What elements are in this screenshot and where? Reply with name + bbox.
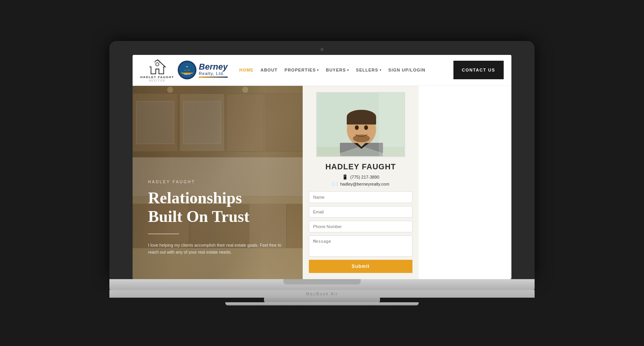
house-logo-icon [148, 58, 167, 75]
laptop-base [109, 279, 535, 290]
form-email-input[interactable] [309, 206, 412, 218]
nav-item-properties[interactable]: PROPERTIES ▾ [285, 68, 319, 72]
logo-area: HADLEY FAUGHT REALTOR SC Est. 1946 [140, 58, 228, 82]
site-navigation: HOME ABOUT PROPERTIES ▾ BUYERS ▾ SELLERS… [239, 68, 450, 72]
nav-item-signup[interactable]: SIGN UP/LOGIN [388, 68, 426, 72]
hero-subtitle: HADLEY FAUGHT [148, 180, 287, 184]
agent-phone-row: 📱 (775) 217-3890 [342, 174, 379, 180]
berney-badge-icon: SC Est. 1946 REALTOR [177, 60, 197, 80]
laptop-camera [320, 48, 324, 51]
properties-chevron-icon: ▾ [317, 68, 319, 72]
svg-rect-27 [347, 117, 376, 124]
hero-overlay: HADLEY FAUGHT Relationships Built On Tru… [133, 86, 303, 279]
logo-realtor-label: REALTOR [149, 79, 165, 82]
berney-company-name: Berney [199, 63, 228, 71]
svg-text:REALTOR: REALTOR [184, 74, 190, 75]
screen-bezel: HADLEY FAUGHT REALTOR SC Est. 1946 [109, 41, 535, 279]
laptop-base-notch [283, 279, 361, 285]
hero-description: I love helping my clients accomplish the… [148, 242, 287, 256]
svg-rect-34 [379, 93, 405, 157]
buyers-chevron-icon: ▾ [347, 68, 349, 72]
hero-title-line1: Relationships [148, 189, 242, 207]
svg-point-29 [364, 125, 368, 130]
hero-divider [148, 234, 179, 234]
sellers-chevron-icon: ▾ [380, 68, 382, 72]
svg-point-30 [353, 135, 370, 142]
agent-contact-panel: HADLEY FAUGHT 📱 (775) 217-3890 ✉️ hadley… [303, 86, 419, 279]
website-content: HADLEY FAUGHT REALTOR SC Est. 1946 [133, 55, 511, 279]
phone-icon: 📱 [342, 174, 348, 180]
laptop-device: HADLEY FAUGHT REALTOR SC Est. 1946 [109, 41, 535, 305]
berney-underline-decoration [199, 77, 228, 78]
svg-text:Est. 1946: Est. 1946 [184, 70, 190, 71]
nav-item-sellers[interactable]: SELLERS ▾ [356, 68, 382, 72]
agent-name: HADLEY FAUGHT [325, 162, 396, 171]
site-header: HADLEY FAUGHT REALTOR SC Est. 1946 [133, 55, 511, 86]
hero-title: Relationships Built On Trust [148, 189, 287, 226]
svg-text:SC: SC [186, 66, 188, 68]
berney-realty-label: Realty, Ltd. [199, 71, 228, 76]
email-icon: ✉️ [332, 181, 338, 187]
logo-hadley-name: HADLEY FAUGHT [140, 75, 174, 79]
agent-email: hadley@berneyrealty.com [340, 182, 389, 186]
agent-photo-svg [317, 93, 405, 157]
svg-point-0 [156, 63, 159, 66]
form-name-input[interactable] [309, 191, 412, 203]
berney-text-block: Berney Realty, Ltd. [199, 63, 228, 78]
contact-form: Submit [309, 191, 412, 273]
laptop-screen: HADLEY FAUGHT REALTOR SC Est. 1946 [133, 55, 511, 279]
laptop-foot [225, 302, 419, 305]
nav-item-about[interactable]: ABOUT [261, 68, 278, 72]
main-content-area: HADLEY FAUGHT Relationships Built On Tru… [133, 86, 511, 279]
macbook-label: MacBook Air [109, 290, 535, 298]
logo-hadley: HADLEY FAUGHT REALTOR [140, 58, 174, 82]
svg-point-28 [355, 125, 359, 130]
hero-title-line2: Built On Trust [148, 208, 249, 225]
logo-berney: SC Est. 1946 REALTOR Berney Realty, Ltd. [177, 60, 228, 80]
agent-photo [316, 92, 405, 157]
form-phone-input[interactable] [309, 221, 412, 232]
contact-us-button[interactable]: CONTACT US [453, 61, 504, 79]
form-submit-button[interactable]: Submit [309, 260, 412, 273]
nav-item-home[interactable]: HOME [239, 68, 254, 72]
agent-phone: (775) 217-3890 [350, 175, 379, 179]
form-message-input[interactable] [309, 235, 412, 257]
laptop-stand [264, 298, 380, 302]
agent-contact-info: 📱 (775) 217-3890 ✉️ hadley@berneyrealty.… [332, 174, 389, 187]
agent-email-row: ✉️ hadley@berneyrealty.com [332, 181, 389, 187]
nav-item-buyers[interactable]: BUYERS ▾ [326, 68, 349, 72]
